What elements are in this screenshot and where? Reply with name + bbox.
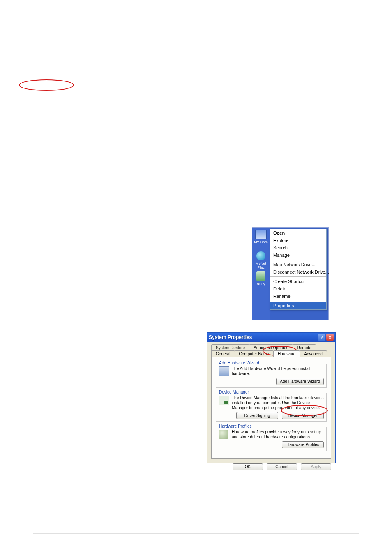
system-properties-dialog: System Properties ? × System Restore Aut… — [207, 332, 336, 463]
my-computer-icon[interactable]: My Com — [253, 230, 269, 244]
group-title: Hardware Profiles — [218, 424, 253, 428]
icon-label: MyNet Plac — [253, 261, 269, 269]
highlight-circle-properties — [19, 79, 74, 91]
group-add-hardware-wizard: Add Hardware Wizard The Add Hardware Wiz… — [216, 364, 327, 388]
group-text: The Add Hardware Wizard helps you instal… — [232, 366, 324, 376]
ok-button[interactable]: OK — [233, 463, 263, 470]
menu-item-delete[interactable]: Delete — [270, 285, 326, 292]
tab-hardware[interactable]: Hardware — [273, 350, 300, 357]
hardware-wizard-icon — [219, 366, 229, 376]
menu-item-manage[interactable]: Manage — [270, 251, 326, 259]
context-menu-screenshot: My Com MyNet Plac Recy Open Explore Sear… — [252, 227, 329, 320]
desktop-strip: My Com MyNet Plac Recy — [252, 228, 270, 320]
group-text: Hardware profiles provide a way for you … — [232, 430, 324, 440]
titlebar[interactable]: System Properties ? × — [207, 333, 335, 342]
menu-item-map-drive[interactable]: Map Network Drive... — [270, 261, 326, 268]
menu-separator — [270, 276, 326, 277]
menu-item-search[interactable]: Search... — [270, 244, 326, 251]
group-title: Add Hardware Wizard — [218, 361, 261, 365]
help-button[interactable]: ? — [318, 334, 325, 341]
icon-label: Recy — [253, 282, 269, 286]
hardware-profiles-button[interactable]: Hardware Profiles — [282, 441, 324, 448]
tab-remote[interactable]: Remote — [293, 344, 316, 351]
menu-item-properties[interactable]: Properties — [270, 302, 326, 309]
menu-item-disconnect-drive[interactable]: Disconnect Network Drive... — [270, 268, 326, 276]
tab-advanced[interactable]: Advanced — [300, 350, 327, 357]
menu-item-rename[interactable]: Rename — [270, 292, 326, 300]
driver-signing-button[interactable]: Driver Signing — [236, 412, 278, 419]
tab-panel-hardware: Add Hardware Wizard The Add Hardware Wiz… — [211, 357, 331, 459]
group-device-manager: Device Manager The Device Manager lists … — [216, 393, 327, 422]
tab-system-restore[interactable]: System Restore — [211, 344, 249, 351]
dialog-action-row: OK Cancel Apply — [211, 461, 331, 470]
device-manager-button[interactable]: Device Manager — [282, 412, 324, 419]
recycle-bin-icon[interactable]: Recy — [253, 271, 269, 285]
cancel-button[interactable]: Cancel — [267, 463, 297, 470]
menu-item-explore[interactable]: Explore — [270, 237, 326, 244]
close-button[interactable]: × — [326, 334, 334, 341]
device-manager-icon — [219, 396, 229, 405]
my-network-places-icon[interactable]: MyNet Plac — [253, 251, 269, 265]
tab-automatic-updates[interactable]: Automatic Updates — [249, 344, 293, 351]
tab-general[interactable]: General — [211, 350, 235, 357]
menu-item-create-shortcut[interactable]: Create Shortcut — [270, 278, 326, 285]
menu-item-open[interactable]: Open — [270, 229, 326, 237]
apply-button: Apply — [301, 463, 331, 470]
icon-label: My Com — [253, 240, 269, 244]
group-text: The Device Manager lists all the hardwar… — [232, 396, 324, 410]
group-hardware-profiles: Hardware Profiles Hardware profiles prov… — [216, 427, 327, 451]
dialog-title: System Properties — [209, 334, 317, 340]
hardware-profiles-icon — [219, 430, 228, 439]
page-divider — [33, 533, 359, 534]
menu-separator — [270, 260, 326, 260]
group-title: Device Manager — [218, 390, 250, 394]
menu-separator — [270, 301, 326, 301]
tab-strip: System Restore Automatic Updates Remote … — [211, 344, 331, 357]
add-hardware-wizard-button[interactable]: Add Hardware Wizard — [276, 378, 324, 385]
context-menu: Open Explore Search... Manage Map Networ… — [270, 229, 327, 310]
tab-computer-name[interactable]: Computer Name — [235, 350, 274, 357]
